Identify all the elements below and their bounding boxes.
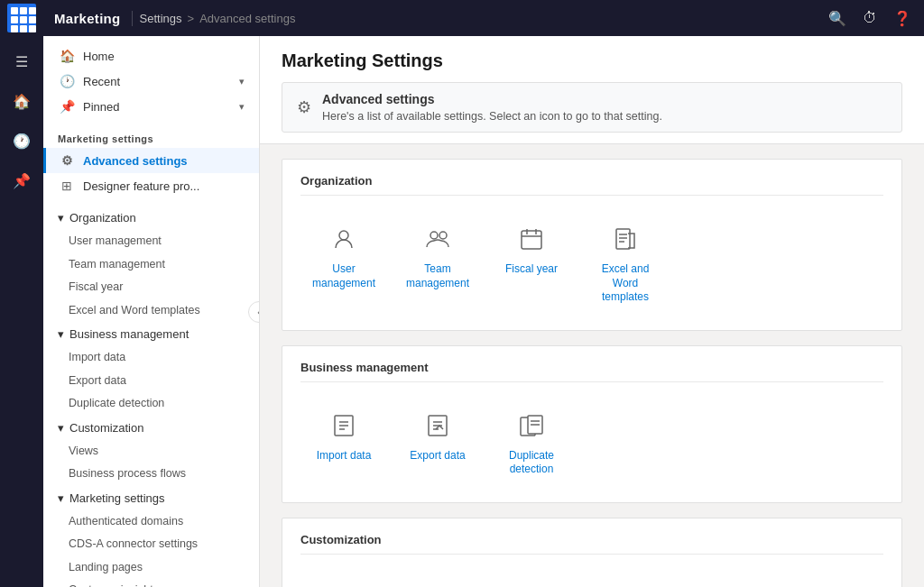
sidebar-sub-user-management[interactable]: User management <box>43 230 259 253</box>
fiscal-year-card[interactable]: Fiscal year <box>488 210 575 316</box>
app-name-label: Marketing <box>43 11 133 26</box>
breadcrumb-separator: > <box>188 12 195 25</box>
marketing-group-label: Marketing settings <box>69 491 165 505</box>
organization-section-title: Organization <box>300 174 883 196</box>
apps-grid-icon[interactable] <box>7 4 36 32</box>
hamburger-button[interactable]: ☰ <box>4 43 40 79</box>
sidebar-sub-export-data[interactable]: Export data <box>43 370 259 393</box>
business-management-grid: Import data Export data Duplicatedetecti… <box>300 397 883 488</box>
sidebar: 🏠 Home 🕐 Recent ▾ 📌 Pinned ▾ Marketing s… <box>43 36 260 587</box>
recent-icon: 🕐 <box>58 74 76 88</box>
sidebar-sub-import-data[interactable]: Import data <box>43 346 259 370</box>
notifications-button[interactable]: ⏱ <box>855 4 884 32</box>
content-body: Organization Usermanagement Teammanageme… <box>260 144 924 587</box>
sidebar-sub-views[interactable]: Views <box>43 440 259 463</box>
svg-point-0 <box>339 231 348 240</box>
duplicate-detection-icon <box>513 408 550 444</box>
excel-word-card[interactable]: Excel and Wordtemplates <box>582 210 669 316</box>
user-management-label: Usermanagement <box>312 262 375 290</box>
banner-desc: Here's a list of available settings. Sel… <box>322 110 662 123</box>
import-data-icon <box>326 408 362 444</box>
customization-section: Customization Views Business processflow… <box>282 518 902 587</box>
duplicate-detection-label: Duplicatedetection <box>509 449 554 477</box>
team-management-card[interactable]: Teammanagement <box>394 210 481 316</box>
pinned-icon-btn[interactable]: 📌 <box>4 162 40 198</box>
layout: ☰ 🏠 🕐 📌 🏠 Home 🕐 Recent ▾ 📌 Pinned ▾ <box>0 36 924 587</box>
help-button[interactable]: ❓ <box>888 4 917 32</box>
business-management-title: Business management <box>300 361 883 382</box>
organization-label: Organization <box>69 211 136 225</box>
advanced-settings-banner-icon: ⚙ <box>297 97 311 117</box>
breadcrumb-current: Advanced settings <box>199 12 295 25</box>
section-banner: ⚙ Advanced settings Here's a list of ava… <box>282 82 902 133</box>
customization-grid: Views Business processflows <box>300 569 883 587</box>
icon-bar: ☰ 🏠 🕐 📌 <box>0 36 43 587</box>
sidebar-sub-team-management[interactable]: Team management <box>43 253 259 277</box>
designer-icon: ⊞ <box>58 179 76 193</box>
import-data-label: Import data <box>317 449 372 463</box>
sidebar-home-label: Home <box>83 50 115 63</box>
organization-section: Organization Usermanagement Teammanageme… <box>282 159 902 331</box>
svg-point-2 <box>439 232 447 239</box>
excel-word-label: Excel and Wordtemplates <box>589 262 661 305</box>
customization-label: Customization <box>69 421 143 435</box>
sidebar-item-recent[interactable]: 🕐 Recent ▾ <box>43 69 259 94</box>
sidebar-group-marketing-settings[interactable]: ▾ Marketing settings <box>43 486 259 510</box>
views-card[interactable]: Views <box>300 569 387 587</box>
views-icon <box>326 580 362 587</box>
sidebar-item-designer-feature[interactable]: ⊞ Designer feature pro... <box>43 173 259 198</box>
marketing-chevron: ▾ <box>58 491 64 505</box>
sidebar-sub-excel-word[interactable]: Excel and Word templates <box>43 299 259 323</box>
organization-chevron: ▾ <box>58 211 64 225</box>
sidebar-designer-label: Designer feature pro... <box>83 179 199 193</box>
customization-title: Customization <box>300 533 883 555</box>
breadcrumb-settings[interactable]: Settings <box>140 12 182 25</box>
sidebar-sub-fiscal-year[interactable]: Fiscal year <box>43 276 259 299</box>
svg-point-1 <box>430 232 438 239</box>
marketing-settings-section-label: Marketing settings <box>43 126 259 148</box>
user-management-icon <box>326 221 362 257</box>
user-management-card[interactable]: Usermanagement <box>300 210 387 316</box>
sidebar-pinned-label: Pinned <box>83 100 119 114</box>
import-data-card[interactable]: Import data <box>300 397 387 488</box>
sidebar-sub-cds-a[interactable]: CDS-A connector settings <box>43 533 259 556</box>
business-label: Business management <box>69 327 189 341</box>
team-management-icon <box>420 221 456 257</box>
pinned-chevron: ▾ <box>239 101 245 113</box>
fiscal-year-label: Fiscal year <box>505 262 558 277</box>
sidebar-item-advanced-settings[interactable]: ⚙ Advanced settings <box>43 148 259 173</box>
export-data-card[interactable]: Export data <box>394 397 481 488</box>
customization-chevron: ▾ <box>58 421 64 435</box>
organization-grid: Usermanagement Teammanagement Fiscal yea… <box>300 210 883 316</box>
top-bar: Marketing Settings > Advanced settings 🔍… <box>0 0 924 36</box>
breadcrumb: Settings > Advanced settings <box>140 12 296 25</box>
sidebar-group-customization[interactable]: ▾ Customization <box>43 416 259 440</box>
business-chevron: ▾ <box>58 327 64 341</box>
excel-word-icon <box>607 221 643 257</box>
business-process-flows-card[interactable]: Business processflows <box>394 569 481 587</box>
fiscal-year-icon <box>513 221 550 257</box>
export-data-label: Export data <box>410 449 465 463</box>
sidebar-sub-customer-insights[interactable]: Customer insights sync <box>43 579 259 587</box>
search-button[interactable]: 🔍 <box>823 4 852 32</box>
section-banner-text: Advanced settings Here's a list of avail… <box>322 92 662 123</box>
sidebar-item-home[interactable]: 🏠 Home <box>43 43 259 69</box>
sidebar-sub-business-process-flows[interactable]: Business process flows <box>43 463 259 486</box>
sidebar-group-business-management[interactable]: ▾ Business management <box>43 322 259 346</box>
business-process-flows-icon <box>420 580 456 587</box>
duplicate-detection-card[interactable]: Duplicatedetection <box>488 397 575 488</box>
settings-icon: ⚙ <box>58 153 76 168</box>
sidebar-group-organization[interactable]: ▾ Organization <box>43 206 259 230</box>
pinned-icon: 📌 <box>58 99 76 114</box>
sidebar-advanced-label: Advanced settings <box>83 154 188 168</box>
sidebar-sub-duplicate-detection[interactable]: Duplicate detection <box>43 392 259 416</box>
sidebar-item-pinned[interactable]: 📌 Pinned ▾ <box>43 94 259 119</box>
sidebar-sub-authenticated-domains[interactable]: Authenticated domains <box>43 510 259 534</box>
page-header: Marketing Settings ⚙ Advanced settings H… <box>260 36 924 144</box>
page-title: Marketing Settings <box>282 50 902 71</box>
sidebar-sub-landing-pages[interactable]: Landing pages <box>43 556 259 580</box>
business-management-section: Business management Import data Export d… <box>282 345 902 503</box>
banner-title: Advanced settings <box>322 92 662 106</box>
recent-icon-btn[interactable]: 🕐 <box>4 123 40 159</box>
home-icon-btn[interactable]: 🏠 <box>4 83 40 119</box>
